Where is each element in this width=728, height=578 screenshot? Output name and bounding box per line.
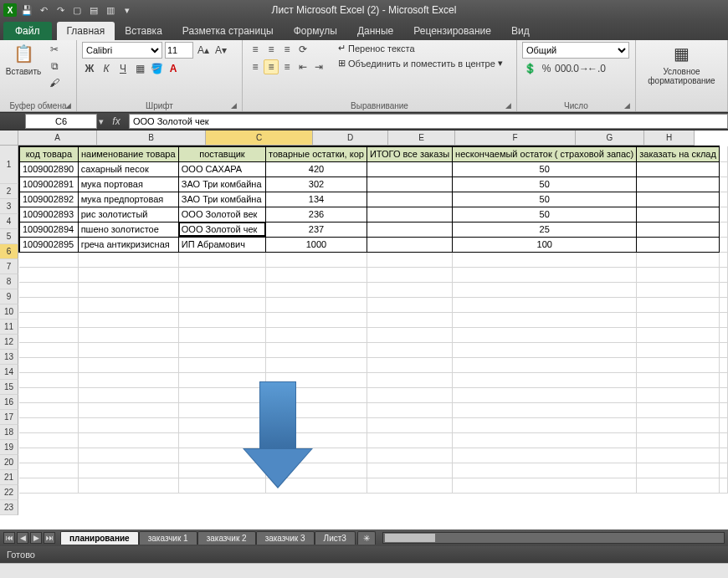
launcher-icon[interactable]: ◢ <box>503 101 513 111</box>
row-header[interactable]: 18 <box>0 425 18 440</box>
cell[interactable] <box>367 312 452 327</box>
cell[interactable] <box>367 237 452 252</box>
row-header[interactable]: 23 <box>0 500 18 515</box>
qat-item[interactable]: ▢ <box>70 3 84 17</box>
cell[interactable] <box>19 357 78 372</box>
cell[interactable] <box>637 176 720 192</box>
sheet-tab[interactable]: Лист3 <box>315 531 356 545</box>
row-header[interactable]: 20 <box>0 455 18 470</box>
cell[interactable] <box>266 312 367 327</box>
merge-center-button[interactable]: ⊞Объединить и поместить в центре ▾ <box>336 57 511 69</box>
cell[interactable] <box>78 432 178 448</box>
decrease-decimal-icon[interactable]: ←.0 <box>589 61 604 76</box>
column-header[interactable]: B <box>97 130 206 146</box>
cell[interactable] <box>367 463 452 478</box>
increase-decimal-icon[interactable]: .0→ <box>572 61 587 76</box>
cell[interactable]: ООО Золотой чек <box>178 222 265 237</box>
cell[interactable] <box>719 222 727 237</box>
table-header-cell[interactable]: наименование товара <box>78 146 178 161</box>
cell[interactable] <box>266 282 367 297</box>
row-header[interactable]: 4 <box>0 214 18 229</box>
cell[interactable]: 1000 <box>266 237 367 252</box>
select-all-corner[interactable] <box>0 130 18 146</box>
cell[interactable] <box>637 432 720 448</box>
column-header[interactable]: G <box>576 130 644 146</box>
cell[interactable] <box>367 282 452 297</box>
cell[interactable] <box>453 342 637 357</box>
cell[interactable]: 236 <box>266 207 367 222</box>
cell[interactable] <box>719 207 727 222</box>
cell[interactable] <box>178 297 265 312</box>
cell[interactable] <box>637 282 720 297</box>
cell[interactable] <box>19 448 78 463</box>
qat-dropdown-icon[interactable]: ▾ <box>120 3 134 17</box>
table-header-cell[interactable]: ИТОГО все заказы <box>367 146 452 161</box>
cell[interactable]: мука портовая <box>78 176 178 192</box>
cell[interactable] <box>453 267 637 282</box>
row-header[interactable]: 19 <box>0 440 18 455</box>
font-name-select[interactable]: Calibri <box>82 42 162 59</box>
cell[interactable]: 50 <box>453 161 637 176</box>
row-header[interactable]: 5 <box>0 229 18 244</box>
cell[interactable]: 1009002892 <box>19 192 78 207</box>
cell[interactable] <box>719 176 727 192</box>
cell[interactable] <box>19 297 78 312</box>
table-header-cell[interactable]: код товара <box>19 146 78 161</box>
cut-icon[interactable]: ✂ <box>47 42 62 57</box>
align-left-icon[interactable]: ≡ <box>248 59 263 74</box>
sheet-tab[interactable]: заказчик 1 <box>139 531 197 545</box>
tab-view[interactable]: Вид <box>501 22 540 40</box>
cell[interactable] <box>266 252 367 267</box>
sheet-tab[interactable]: заказчик 3 <box>256 531 315 545</box>
row-header[interactable]: 1 <box>0 146 18 184</box>
cell[interactable] <box>453 463 637 478</box>
cell[interactable] <box>78 448 178 463</box>
row-header[interactable]: 13 <box>0 350 18 365</box>
cell[interactable] <box>719 402 727 417</box>
next-sheet-icon[interactable]: ▶ <box>30 532 42 544</box>
cell[interactable] <box>637 252 720 267</box>
sheet-tab[interactable]: планирование <box>60 531 139 545</box>
qat-item[interactable]: ▤ <box>87 3 100 17</box>
cell[interactable]: 134 <box>266 192 367 207</box>
cell[interactable] <box>78 478 178 493</box>
cell[interactable] <box>453 448 637 463</box>
row-header[interactable]: 15 <box>0 380 18 395</box>
align-right-icon[interactable]: ≡ <box>279 59 295 74</box>
cell[interactable] <box>19 417 78 432</box>
cell[interactable] <box>637 372 720 387</box>
launcher-icon[interactable]: ◢ <box>228 101 238 111</box>
cell[interactable]: 1009002895 <box>19 237 78 252</box>
cell[interactable] <box>367 372 452 387</box>
first-sheet-icon[interactable]: ⏮ <box>3 532 15 544</box>
cell[interactable] <box>719 357 727 372</box>
cell[interactable] <box>266 357 367 372</box>
cell[interactable]: 237 <box>266 222 367 237</box>
column-header[interactable]: F <box>455 130 576 146</box>
cell[interactable] <box>453 327 637 342</box>
fx-icon[interactable]: fx <box>109 114 124 129</box>
cell[interactable]: 1009002890 <box>19 161 78 176</box>
decrease-indent-icon[interactable]: ⇤ <box>295 59 310 74</box>
cell[interactable] <box>178 252 265 267</box>
cell[interactable] <box>367 402 452 417</box>
underline-icon[interactable]: Ч <box>115 61 131 76</box>
cell[interactable] <box>178 312 265 327</box>
cell[interactable] <box>78 312 178 327</box>
cell[interactable] <box>367 432 452 448</box>
row-header[interactable]: 14 <box>0 365 18 380</box>
table-header-cell[interactable]: поставщик <box>178 146 265 161</box>
row-header[interactable]: 10 <box>0 304 18 320</box>
cell[interactable] <box>19 387 78 402</box>
last-sheet-icon[interactable]: ⏭ <box>44 532 55 544</box>
horizontal-scrollbar[interactable] <box>382 532 725 544</box>
cell[interactable] <box>178 357 265 372</box>
cell[interactable]: 25 <box>453 222 637 237</box>
cell[interactable] <box>453 252 637 267</box>
cell[interactable] <box>637 327 720 342</box>
cell[interactable]: ООО Золотой век <box>178 207 265 222</box>
column-header[interactable]: D <box>313 130 388 146</box>
cell[interactable] <box>78 357 178 372</box>
cell[interactable] <box>178 342 265 357</box>
cell[interactable] <box>637 297 720 312</box>
